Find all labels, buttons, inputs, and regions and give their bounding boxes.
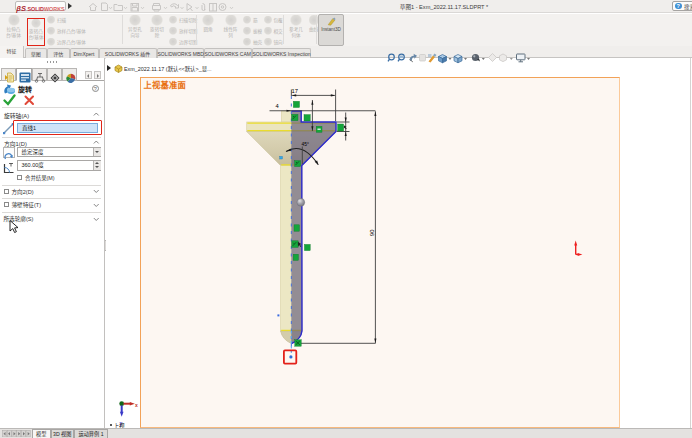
svg-text:90: 90 — [369, 230, 375, 236]
svg-text:x: x — [135, 402, 138, 408]
svg-text:4: 4 — [276, 103, 280, 109]
svg-text:45°: 45° — [302, 142, 309, 147]
svg-text:17: 17 — [292, 88, 298, 94]
